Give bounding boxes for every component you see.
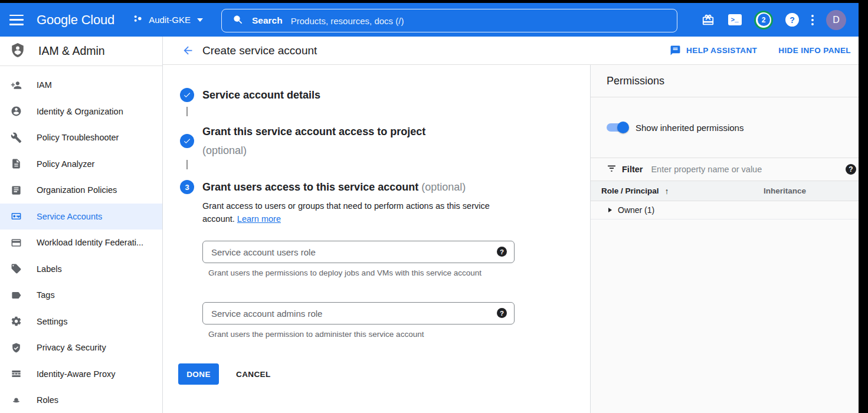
- step3-description: Grant access to users or groups that nee…: [202, 199, 521, 225]
- step-connector: [186, 160, 188, 169]
- info-panel: Permissions Show inherited permissions F…: [590, 65, 868, 413]
- search-bar[interactable]: Search: [221, 9, 677, 32]
- cloud-shell-icon[interactable]: >_: [728, 13, 742, 27]
- filter-help-icon[interactable]: ?: [846, 164, 856, 175]
- sidebar-item-roles[interactable]: Roles: [0, 387, 162, 413]
- sidebar-header: IAM & Admin: [0, 37, 162, 66]
- expand-row-icon[interactable]: [608, 208, 612, 212]
- done-button[interactable]: DONE: [178, 363, 219, 385]
- sidebar-item-organization-policies[interactable]: Organization Policies: [0, 177, 162, 204]
- step1-title: Service account details: [202, 88, 320, 102]
- table-row-owner[interactable]: Owner (1): [591, 201, 868, 219]
- card-icon: [10, 237, 22, 248]
- sidebar-item-labels[interactable]: Labels: [0, 256, 162, 283]
- sidebar-nav: IAM Identity & Organization Policy Troub…: [0, 66, 162, 413]
- toggle-label: Show inherited permissions: [636, 123, 743, 133]
- search-label: Search: [252, 15, 283, 26]
- person-add-icon: [10, 79, 22, 91]
- step2-title: Grant this service account access to pro…: [202, 124, 425, 158]
- sidebar-item-identity-organization[interactable]: Identity & Organization: [0, 99, 162, 125]
- sidebar-title: IAM & Admin: [38, 44, 105, 58]
- iam-admin-shield-icon: [10, 42, 25, 60]
- tag-icon: [10, 289, 22, 301]
- search-input[interactable]: [291, 16, 677, 26]
- service-account-icon: [10, 211, 22, 222]
- chat-icon: [670, 45, 681, 56]
- sidebar-item-identity-aware-proxy[interactable]: Identity-Aware Proxy: [0, 361, 162, 388]
- project-picker[interactable]: Audit-GKE: [132, 13, 203, 27]
- google-cloud-logo[interactable]: Google Cloud: [37, 12, 114, 28]
- page-header: Create service account HELP ASSISTANT HI…: [163, 37, 868, 65]
- page-title: Create service account: [202, 44, 317, 57]
- create-service-account-wizard: Service account details Grant this servi…: [163, 65, 590, 413]
- chevron-down-icon: [197, 18, 203, 22]
- label-icon: [10, 263, 22, 275]
- filter-icon: [607, 163, 617, 176]
- column-inheritance: Inheritance: [764, 186, 806, 195]
- roles-hat-icon: [10, 394, 22, 406]
- admins-role-helper-text: Grant users the permission to administer…: [208, 329, 503, 340]
- screen-edge-top: [0, 0, 868, 3]
- filter-label: Filter: [622, 165, 643, 174]
- document-icon: [10, 184, 22, 196]
- back-arrow-icon[interactable]: [181, 44, 194, 57]
- topbar-actions: >_ 2 ? D: [701, 3, 846, 37]
- sidebar-item-workload-identity-federation[interactable]: Workload Identity Federati...: [0, 230, 162, 256]
- wrench-icon: [10, 132, 22, 143]
- sidebar-item-privacy-security[interactable]: Privacy & Security: [0, 335, 162, 361]
- permissions-title: Permissions: [607, 75, 664, 87]
- permissions-table-header: Role / Principal ↑ Inheritance: [591, 181, 868, 201]
- step2-optional: (optional): [202, 143, 425, 158]
- help-icon[interactable]: ?: [785, 13, 799, 27]
- sort-ascending-icon[interactable]: ↑: [665, 186, 669, 196]
- more-vert-icon[interactable]: [811, 15, 814, 25]
- iap-icon: [10, 368, 22, 380]
- inherited-permissions-section: Show inherited permissions: [591, 97, 868, 158]
- sidebar-item-iam[interactable]: IAM: [0, 72, 162, 99]
- users-role-help-icon[interactable]: ?: [497, 247, 507, 257]
- column-role-principal[interactable]: Role / Principal: [601, 186, 659, 195]
- users-role-helper-text: Grant users the permissions to deploy jo…: [208, 268, 503, 278]
- step-connector: [186, 107, 188, 116]
- step2-check-icon: [180, 134, 194, 148]
- policy-analyzer-icon: [10, 158, 22, 170]
- admins-role-help-icon[interactable]: ?: [497, 308, 507, 318]
- menu-icon[interactable]: [9, 15, 24, 25]
- notifications-icon[interactable]: 2: [754, 11, 773, 30]
- sidebar: IAM & Admin IAM Identity & Organization …: [0, 37, 163, 413]
- shield-icon: [10, 342, 22, 353]
- learn-more-link[interactable]: Learn more: [237, 214, 281, 224]
- hide-info-panel-button[interactable]: HIDE INFO PANEL: [778, 46, 851, 55]
- gear-icon: [10, 316, 22, 327]
- sidebar-item-service-accounts[interactable]: Service Accounts: [0, 204, 162, 230]
- admins-role-input[interactable]: [202, 302, 515, 324]
- show-inherited-toggle[interactable]: [607, 123, 628, 132]
- notification-count-badge: 2: [758, 14, 770, 26]
- avatar[interactable]: D: [826, 10, 846, 30]
- project-picker-icon: [132, 13, 143, 27]
- wizard-actions: DONE CANCEL: [178, 363, 271, 385]
- users-role-field: ?: [202, 241, 515, 263]
- sidebar-item-policy-troubleshooter[interactable]: Policy Troubleshooter: [0, 124, 162, 151]
- help-assistant-button[interactable]: HELP ASSISTANT: [670, 45, 757, 56]
- sidebar-item-policy-analyzer[interactable]: Policy Analyzer: [0, 151, 162, 178]
- gift-icon[interactable]: [701, 13, 715, 27]
- cancel-button[interactable]: CANCEL: [236, 370, 271, 379]
- info-panel-header: Permissions: [591, 65, 868, 97]
- search-icon: [232, 14, 244, 28]
- account-circle-icon: [10, 106, 22, 117]
- step3-number-badge: 3: [180, 180, 194, 194]
- sidebar-item-settings[interactable]: Settings: [0, 309, 162, 335]
- filter-input[interactable]: [651, 165, 846, 174]
- users-role-input[interactable]: [202, 241, 515, 263]
- top-app-bar: Google Cloud Audit-GKE Search >_ 2 ? D: [0, 0, 868, 37]
- screen-edge-right: [859, 0, 868, 413]
- sidebar-item-tags[interactable]: Tags: [0, 282, 162, 309]
- project-name: Audit-GKE: [149, 15, 191, 25]
- filter-row: Filter ?: [591, 158, 868, 181]
- step3-title: Grant users access to this service accou…: [202, 180, 466, 194]
- step3-optional: (optional): [421, 181, 466, 193]
- step1-check-icon: [180, 88, 194, 102]
- admins-role-field: ?: [202, 302, 515, 324]
